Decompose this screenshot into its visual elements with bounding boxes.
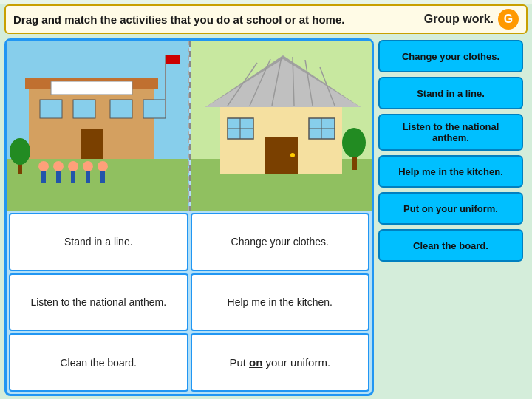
top-bar: Drag and match the activities that you d… <box>4 4 528 34</box>
drop-zone-change-text: Change your clothes. <box>231 236 329 248</box>
drop-zone-puton-text: Put on your uniform. <box>229 356 330 369</box>
svg-rect-8 <box>143 100 166 118</box>
svg-rect-7 <box>110 100 132 118</box>
svg-rect-19 <box>86 171 90 183</box>
home-image <box>191 41 372 211</box>
svg-point-14 <box>53 161 64 171</box>
svg-rect-15 <box>56 171 61 183</box>
instruction-text: Drag and match the activities that you d… <box>13 13 344 26</box>
svg-rect-6 <box>73 100 95 118</box>
svg-point-20 <box>98 161 108 171</box>
drop-zone-listen[interactable]: Listen to the national anthem. <box>9 273 188 332</box>
svg-rect-11 <box>166 55 180 64</box>
drop-zone-stand-text: Stand in a line. <box>64 236 133 248</box>
left-panel: Stand in a line. Change your clothes. Li… <box>4 38 374 396</box>
svg-point-18 <box>83 161 93 171</box>
answer-btn-clean[interactable]: Clean the board. <box>378 229 523 262</box>
answer-btn-listen[interactable]: Listen to the national anthem. <box>378 114 523 151</box>
svg-rect-9 <box>81 129 103 159</box>
content-area: Stand in a line. Change your clothes. Li… <box>4 38 528 396</box>
drop-zone-clean-text: Clean the board. <box>60 357 137 369</box>
drop-zone-stand[interactable]: Stand in a line. <box>9 213 188 271</box>
answer-btn-change[interactable]: Change your clothes. <box>378 40 523 72</box>
answer-btn-clean-label: Clean the board. <box>413 240 488 251</box>
drop-zones: Stand in a line. Change your clothes. Li… <box>7 211 372 394</box>
drop-zone-help[interactable]: Help me in the kitchen. <box>191 273 370 332</box>
drop-zone-listen-text: Listen to the national anthem. <box>30 296 166 308</box>
svg-rect-13 <box>41 171 46 183</box>
answer-btn-change-label: Change your clothes. <box>402 51 499 62</box>
svg-rect-1 <box>7 159 188 211</box>
school-image <box>7 41 189 211</box>
svg-point-36 <box>290 153 295 157</box>
svg-rect-5 <box>40 100 62 118</box>
svg-point-23 <box>10 138 30 165</box>
answer-btn-stand[interactable]: Stand in a line. <box>378 77 523 109</box>
right-panel: Change your clothes. Stand in a line. Li… <box>378 38 523 396</box>
answer-btn-puton-label: Put on your uniform. <box>403 203 498 214</box>
answer-btn-stand-label: Stand in a line. <box>417 88 485 99</box>
svg-point-12 <box>38 161 49 171</box>
images-row <box>7 41 372 211</box>
svg-point-16 <box>68 161 78 171</box>
answer-btn-puton[interactable]: Put on your uniform. <box>378 192 523 225</box>
main-container: Drag and match the activities that you d… <box>0 4 532 399</box>
svg-rect-21 <box>100 171 105 183</box>
svg-rect-4 <box>51 81 132 95</box>
drop-zone-help-text: Help me in the kitchen. <box>228 296 332 308</box>
group-icon: G <box>498 9 519 30</box>
group-work-label: Group work. <box>424 13 494 26</box>
svg-rect-17 <box>71 171 75 183</box>
svg-point-44 <box>342 128 366 157</box>
drop-zone-clean[interactable]: Clean the board. <box>9 333 188 392</box>
school-scene-svg <box>7 41 188 211</box>
answer-btn-help[interactable]: Help me in the kitchen. <box>378 155 523 188</box>
answer-btn-help-label: Help me in the kitchen. <box>398 166 503 177</box>
drop-zone-puton[interactable]: Put on your uniform. <box>191 333 370 392</box>
home-scene-svg <box>191 41 372 211</box>
answer-btn-listen-label: Listen to the national anthem. <box>387 121 514 143</box>
drop-zone-change[interactable]: Change your clothes. <box>191 213 370 271</box>
